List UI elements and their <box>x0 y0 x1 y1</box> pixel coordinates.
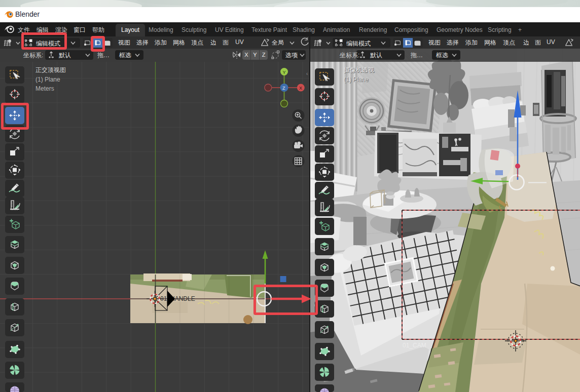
svg-text:(1) Plane: (1) Plane <box>344 76 369 83</box>
svg-text:Meters: Meters <box>35 85 54 92</box>
svg-text:摄像机透视: 摄像机透视 <box>343 66 374 73</box>
svg-text:01_HANDLE: 01_HANDLE <box>160 295 195 302</box>
svg-text:X: X <box>299 86 302 91</box>
svg-text:(1) Plane: (1) Plane <box>35 76 60 83</box>
svg-text:Y: Y <box>283 70 286 75</box>
svg-text:01_CAM: 01_CAM <box>403 342 426 349</box>
svg-text:正交顶视图: 正交顶视图 <box>35 66 66 73</box>
svg-text:Z: Z <box>282 86 285 91</box>
svg-text:‹: ‹ <box>306 71 308 76</box>
